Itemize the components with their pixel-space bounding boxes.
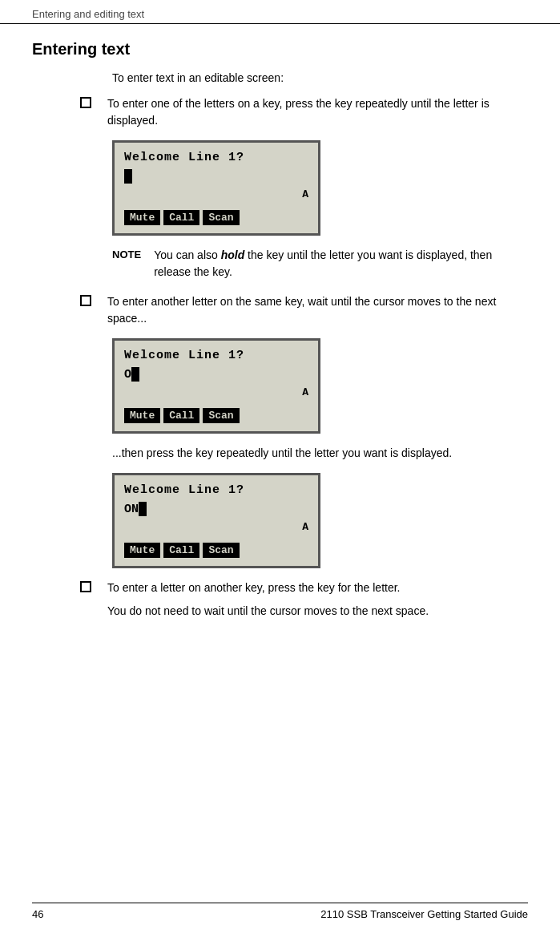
page-footer: 46 2110 SSB Transceiver Getting Started … [32,903,528,920]
extra-note-text: You do not need to wait until the cursor… [107,604,528,617]
bullet-checkbox-2 [80,295,91,306]
note-text-before: You can also [154,248,221,261]
page-content: Entering text To enter text in an editab… [0,24,560,660]
lcd-top-row-2: Welcome Line 1? [124,349,308,362]
bullet-text-2: To enter another letter on the same key,… [107,293,528,327]
lcd-buttons-row-2: Mute Call Scan [124,408,308,423]
lcd-screen-1: Welcome Line 1? A Mute Call Scan [112,140,320,236]
note-block: NOTE You can also hold the key until the… [112,247,528,281]
lcd-antenna-3: A [124,521,308,533]
extra-note-content: You do not need to wait until the cursor… [107,604,429,617]
lcd-title-3: Welcome Line 1? [124,483,244,497]
lcd-btn-scan-2: Scan [203,408,239,423]
lcd-btn-call-3: Call [163,543,199,558]
lcd-buttons-row-3: Mute Call Scan [124,543,308,558]
note-label: NOTE [112,247,141,261]
lcd-cursor-2 [131,367,139,382]
lcd-title-2: Welcome Line 1? [124,349,244,362]
bullet-checkbox-3 [80,581,91,592]
lcd-btn-mute-2: Mute [124,408,160,423]
lcd-title-1: Welcome Line 1? [124,151,244,164]
lcd-btn-call-2: Call [163,408,199,423]
lcd-btn-mute-1: Mute [124,210,160,225]
lcd-antenna-2: A [124,386,308,398]
lcd-cursor-line-1 [124,168,308,185]
bullet-block-2: To enter another letter on the same key,… [80,293,528,327]
lcd-screen-2: Welcome Line 1? O A Mute Call Scan [112,338,320,434]
footer-page-number: 46 [32,908,43,920]
lcd-letter-3: ON [124,503,139,516]
lcd-btn-call-1: Call [163,210,199,225]
bullet-row-3: To enter a letter on another key, press … [80,580,528,596]
lcd-btn-mute-3: Mute [124,543,160,558]
lcd-spacer-1 [124,204,308,210]
bullet-text-3: To enter a letter on another key, press … [107,580,528,596]
lcd-spacer-2 [124,402,308,408]
bullet-row-2: To enter another letter on the same key,… [80,293,528,327]
note-italic-word: hold [221,248,245,261]
bullet-block-1: To enter one of the letters on a key, pr… [80,95,528,129]
lcd-screen-3: Welcome Line 1? ON A Mute Call Scan [112,473,320,568]
section-title: Entering text [32,40,528,59]
lcd-cursor-3 [139,502,147,516]
intro-text: To enter text in an editable screen: [112,71,528,84]
lcd-cursor-1 [124,169,132,184]
bullet-row-1: To enter one of the letters on a key, pr… [80,95,528,129]
lcd-btn-scan-1: Scan [203,210,239,225]
lcd-wrapper-2: Welcome Line 1? O A Mute Call Scan [112,338,528,434]
continuation-text: ...then press the key repeatedly until t… [112,445,528,462]
lcd-buttons-row-1: Mute Call Scan [124,210,308,225]
lcd-spacer-3 [124,536,308,543]
footer-guide-title: 2110 SSB Transceiver Getting Started Gui… [320,908,528,920]
lcd-top-row-1: Welcome Line 1? [124,151,308,164]
lcd-cursor-line-2: O [124,366,308,383]
note-text: You can also hold the key until the lett… [154,247,528,281]
lcd-cursor-line-3: ON [124,500,308,518]
lcd-btn-scan-3: Scan [203,543,239,558]
bullet-block-3: To enter a letter on another key, press … [80,580,528,617]
bullet-checkbox-1 [80,97,91,108]
lcd-letter-2: O [124,368,131,382]
lcd-wrapper-3: Welcome Line 1? ON A Mute Call Scan [112,473,528,568]
page-header: Entering and editing text [0,0,560,24]
bullet-text-1: To enter one of the letters on a key, pr… [107,95,528,129]
lcd-top-row-3: Welcome Line 1? [124,483,308,497]
header-text: Entering and editing text [32,8,144,20]
lcd-wrapper-1: Welcome Line 1? A Mute Call Scan [112,140,528,236]
lcd-antenna-1: A [124,188,308,200]
